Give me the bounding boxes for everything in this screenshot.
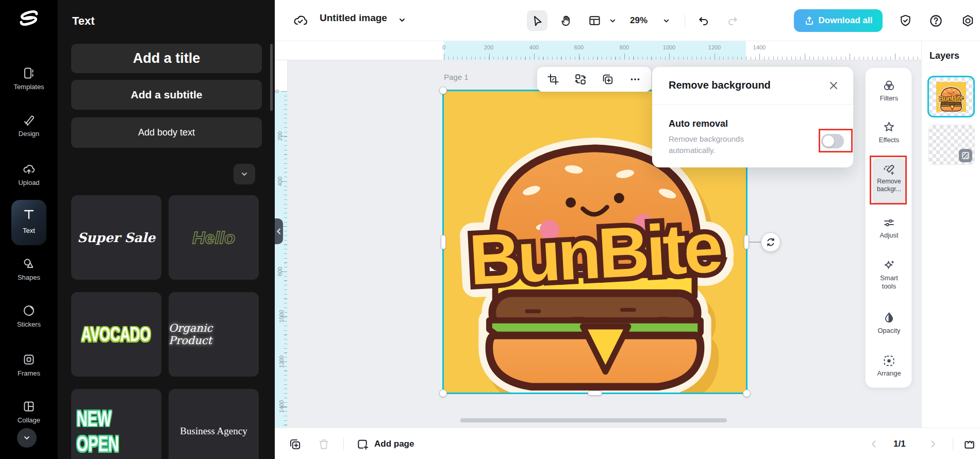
left-nav-rail: Templates Design Upload Text Shapes Stic… [0, 0, 58, 459]
edit-tools-panel: Filters Effects Remove backgr... Adjust … [865, 67, 912, 388]
tool-effects[interactable]: Effects [866, 121, 912, 144]
auto-removal-toggle[interactable] [821, 134, 844, 148]
close-icon [828, 80, 839, 91]
transparency-icon [961, 151, 970, 160]
sidebar-item-text[interactable]: Text [11, 200, 46, 245]
bottom-bar-divider [953, 438, 953, 450]
hand-icon [560, 14, 573, 27]
transparent-background-badge [959, 149, 972, 162]
rotate-handle-connector [749, 242, 762, 243]
sidebar-item-frames[interactable]: Frames [0, 353, 58, 377]
select-tool-button[interactable] [527, 10, 547, 31]
tool-remove-background[interactable]: Remove backgr... [866, 163, 912, 193]
ruler-tick-label: 800 [277, 267, 283, 276]
layout-icon [588, 14, 601, 27]
arrange-icon [882, 354, 896, 368]
delete-page-button[interactable] [315, 435, 333, 453]
text-style-preview: NEW OPEN [77, 406, 156, 457]
text-style-card[interactable]: NEW OPEN [71, 389, 161, 459]
doc-title-chevron-icon[interactable] [398, 16, 406, 24]
rotate-handle[interactable] [761, 232, 780, 252]
resize-handle-left[interactable] [441, 235, 446, 249]
redo-button[interactable] [722, 10, 743, 31]
sidebar-item-shapes[interactable]: Shapes [0, 257, 58, 281]
layer-thumbnail-background[interactable] [928, 125, 975, 165]
sidebar-item-templates[interactable]: Templates [0, 66, 58, 91]
text-style-preview: Hello [192, 228, 235, 248]
add-page-label[interactable]: Add page [374, 439, 414, 449]
present-button[interactable] [960, 435, 978, 453]
duplicate-button[interactable] [599, 71, 617, 88]
ruler-tick-label: 200 [277, 131, 283, 141]
undo-button[interactable] [693, 10, 714, 31]
toolbar-divider [685, 14, 685, 27]
tool-filters[interactable]: Filters [866, 79, 912, 102]
selection-context-toolbar [537, 67, 651, 92]
smart-tools-icon [882, 259, 896, 273]
layer-thumbnail-selected[interactable] [927, 76, 975, 117]
undo-icon [697, 14, 710, 27]
next-page-button[interactable] [924, 435, 942, 453]
panel-scrollbar[interactable] [270, 44, 273, 111]
text-style-card[interactable]: Hello [169, 195, 259, 280]
layout-chevron-icon[interactable] [609, 17, 617, 25]
sidebar-item-design[interactable]: Design [0, 113, 58, 138]
popup-title: Remove background [669, 79, 771, 91]
document-title[interactable]: Untitled image [320, 12, 387, 24]
tool-arrange[interactable]: Arrange [866, 354, 912, 377]
add-title-button[interactable]: Add a title [71, 44, 262, 73]
previous-page-button[interactable] [865, 435, 883, 453]
add-body-text-button[interactable]: Add body text [71, 117, 262, 148]
text-presets-expand-button[interactable] [234, 164, 255, 184]
page-label[interactable]: Page 1 [444, 73, 469, 81]
ruler-tick-label: 1400 [278, 400, 285, 413]
question-icon [929, 14, 943, 28]
hand-tool-button[interactable] [556, 10, 576, 31]
tool-smart-tools[interactable]: Smart tools [866, 259, 912, 291]
crop-icon [547, 73, 559, 86]
text-style-card[interactable]: Business Agency [169, 389, 259, 459]
capcut-logo[interactable] [14, 7, 43, 29]
sidebar-item-stickers[interactable]: Stickers [0, 304, 58, 328]
opacity-droplet-icon [882, 311, 896, 325]
more-options-button[interactable] [626, 71, 644, 88]
top-toolbar: Untitled image 29% Download all [275, 0, 980, 41]
text-style-preview: Super Sale [77, 230, 155, 245]
tool-adjust[interactable]: Adjust [866, 216, 912, 239]
crop-button[interactable] [544, 71, 562, 88]
auto-removal-description: Remove backgrounds automatically. [669, 133, 787, 156]
ruler-tick-label: 1000 [663, 44, 675, 50]
tool-opacity[interactable]: Opacity [866, 311, 912, 334]
text-style-card[interactable]: Organic Product [169, 292, 259, 377]
add-subtitle-button[interactable]: Add a subtitle [71, 80, 262, 110]
resize-layout-button[interactable] [584, 10, 605, 31]
duplicate-page-button[interactable] [286, 435, 304, 453]
help-button[interactable] [925, 10, 946, 31]
panel-collapse-handle[interactable] [275, 218, 283, 244]
rotate-icon [766, 237, 776, 247]
resize-handle-top-left[interactable] [439, 87, 447, 94]
canvas-horizontal-scrollbar[interactable] [460, 418, 727, 422]
popup-close-button[interactable] [826, 78, 841, 93]
sidebar-item-upload[interactable]: Upload [0, 162, 58, 186]
zoom-level[interactable]: 29% [630, 15, 647, 26]
replace-button[interactable] [572, 71, 589, 88]
remove-background-icon [882, 163, 896, 177]
zoom-chevron-icon[interactable] [662, 17, 670, 25]
download-all-button[interactable]: Download all [794, 9, 883, 32]
text-style-card[interactable]: Super Sale [71, 195, 161, 280]
resize-handle-bottom[interactable] [588, 390, 602, 396]
text-style-card[interactable]: AVOCADO [71, 292, 161, 377]
privacy-shield-button[interactable] [895, 10, 916, 31]
sidebar-label: Upload [0, 179, 58, 186]
resize-handle-bottom-left[interactable] [439, 389, 447, 397]
sidebar-expand-button[interactable] [17, 428, 37, 448]
sidebar-item-collage[interactable]: Collage [0, 400, 58, 424]
settings-button[interactable] [957, 10, 978, 31]
bottom-bar-divider [343, 438, 344, 450]
sidebar-label: Templates [0, 83, 58, 91]
ruler-tick-label: 1200 [278, 355, 285, 368]
add-page-button[interactable] [354, 435, 371, 453]
resize-handle-bottom-right[interactable] [743, 389, 751, 397]
ruler-tick-label: 0 [442, 44, 445, 50]
